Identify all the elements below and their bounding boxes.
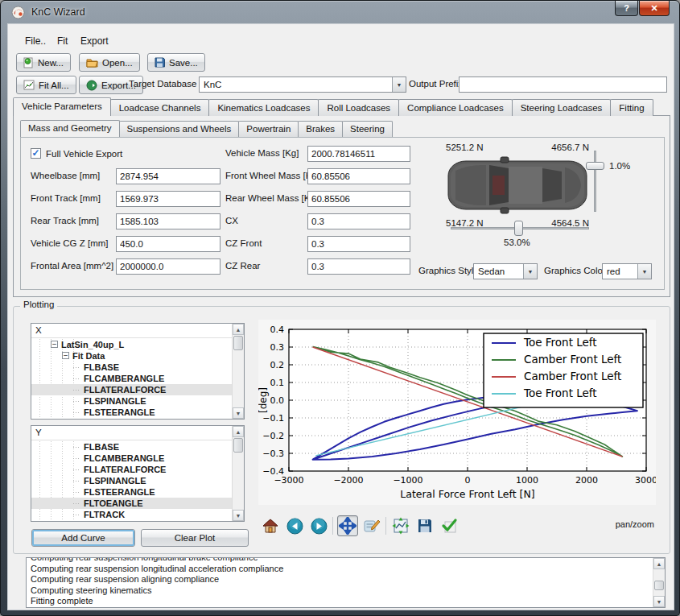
tree-connector [73,515,80,515]
full-vehicle-export-checkbox[interactable]: ✓ [31,148,41,159]
x-list-scrollbar[interactable]: ▲ ▼ [232,324,244,419]
field-input-front-wheel-mass-kg[interactable] [307,168,410,184]
force-front-right: 4656.7 N [536,143,589,152]
svg-text:3000: 3000 [635,475,656,486]
tree-item-flbase[interactable]: FLBASE [31,441,232,453]
x-channel-list[interactable]: X −LatSin_40up_L−Fit DataFLBASEFLCAMBERA… [31,323,245,420]
target-database-combo[interactable]: KnC ▼ [199,76,406,93]
field-input-vehicle-cg-z-mm[interactable] [116,236,220,252]
chart-svg: −3000−2000−10000100020003000−0.4−0.3−0.2… [258,320,656,505]
scroll-down-icon[interactable]: ▼ [233,510,244,521]
home-button[interactable] [260,515,281,536]
front-rear-slider-handle[interactable] [586,162,604,170]
tree-item-fltoeangle[interactable]: FLTOEANGLE [31,498,232,509]
tree-item-label: FLLATERALFORCE [84,384,166,395]
add-curve-button[interactable]: Add Curve [31,529,135,547]
scroll-up-icon[interactable]: ▲ [653,558,665,569]
menu-export[interactable]: Export [77,35,112,48]
open-button[interactable]: Open... [79,53,140,72]
collapse-icon[interactable]: − [51,341,58,348]
scroll-up-icon[interactable]: ▲ [233,426,244,437]
svg-text:−2000: −2000 [333,475,363,486]
collapse-icon[interactable]: − [62,352,69,359]
chevron-down-icon[interactable]: ▼ [392,77,406,92]
subtab-powertrain[interactable]: Powertrain [238,121,299,137]
tree-item-fllateralforce[interactable]: FLLATERALFORCE [31,464,232,475]
subtab-steering[interactable]: Steering [342,121,393,137]
chevron-down-icon[interactable]: ▼ [523,264,537,279]
field-input-rear-track-mm[interactable] [116,213,220,229]
plot-canvas[interactable]: −3000−2000−10000100020003000−0.4−0.3−0.2… [258,320,656,505]
fit-chart-icon [23,80,35,90]
scroll-up-icon[interactable]: ▲ [233,324,244,335]
field-input-front-track-mm[interactable] [116,191,220,207]
forward-button[interactable] [308,515,329,536]
scroll-down-icon[interactable]: ▼ [653,596,665,607]
apply-button[interactable] [439,515,460,536]
tree-item-flspinangle[interactable]: FLSPINANGLE [31,395,232,407]
configure-subplots-button[interactable] [390,515,411,536]
log-scroll-thumb[interactable] [654,581,664,590]
field-input-vehicle-mass-kg[interactable] [307,146,410,162]
log-scrollbar[interactable]: ▲ ▼ [653,558,665,607]
tab-kinematics-loadcases[interactable]: Kinematics Loadcases [208,99,319,116]
save-button[interactable]: Save... [147,53,205,72]
save-figure-button[interactable] [414,515,435,536]
zoom-rect-button[interactable] [361,515,382,536]
pan-button[interactable] [337,515,358,536]
close-button[interactable]: ✕ [639,1,670,16]
back-arrow-icon [286,518,303,535]
field-input-cz-rear[interactable] [307,258,410,275]
field-input-wheelbase-mm[interactable] [116,168,220,184]
field-input-rear-wheel-mass-kg[interactable] [307,191,410,207]
subtab-suspensions-and-wheels[interactable]: Suspensions and Wheels [119,121,240,137]
help-button[interactable]: ? [615,1,638,16]
titlebar[interactable]: KnC Wizard ? ✕ [1,1,679,23]
x-list-header: X [31,324,244,338]
tree-item-flcamberangle[interactable]: FLCAMBERANGLE [31,453,232,464]
back-button[interactable] [284,515,305,536]
menu-fit[interactable]: Fit [54,35,71,48]
new-button[interactable]: New... [16,53,71,72]
tree-connector [73,401,80,402]
tab-steering-loadcases[interactable]: Steering Loadcases [512,99,612,116]
tree-item-flbase[interactable]: FLBASE [31,362,232,373]
clear-plot-button[interactable]: Clear Plot [141,529,249,547]
y-channel-list[interactable]: Y FLBASEFLCAMBERANGLEFLLATERALFORCEFLSPI… [31,425,245,522]
y-list-scrollbar[interactable]: ▲ ▼ [232,426,244,521]
x-scroll-thumb[interactable] [233,336,243,350]
save-figure-icon [417,518,433,534]
tree-item-latsin-40up-l[interactable]: −LatSin_40up_L [31,339,232,350]
tree-item-flspinangle[interactable]: FLSPINANGLE [31,475,232,486]
tree-item-flsteerangle[interactable]: FLSTEERANGLE [31,486,232,498]
front-rear-slider-track[interactable] [594,151,596,212]
subtab-mass-and-geometry[interactable]: Mass and Geometry [20,120,120,137]
tab-compliance-loadcases[interactable]: Compliance Loadcases [398,99,513,116]
tree-item-fltrack[interactable]: FLTRACK [31,509,232,520]
svg-text:−1000: −1000 [393,475,422,486]
field-input-cx[interactable] [307,213,410,229]
tree-item-fllateralforce[interactable]: FLLATERALFORCE [31,384,232,395]
left-right-slider-handle[interactable] [514,221,523,236]
tab-vehicle-parameters[interactable]: Vehicle Parameters [13,97,111,116]
tab-fitting[interactable]: Fitting [610,99,653,116]
tab-loadcase-channels[interactable]: Loadcase Channels [110,99,210,116]
graphics-style-combo[interactable]: Sedan ▼ [473,263,538,279]
tree-item-fit-data[interactable]: −Fit Data [31,350,232,362]
tree-item-flcamberangle[interactable]: FLCAMBERANGLE [31,373,232,384]
graphics-color-combo[interactable]: red ▼ [602,263,652,279]
subtab-brakes[interactable]: Brakes [298,121,343,137]
tree-connector [73,447,80,448]
output-prefix-input[interactable] [459,76,667,93]
tree-item-flsteerangle[interactable]: FLSTEERANGLE [31,407,232,418]
field-input-frontal-area-mm-2[interactable] [116,258,220,275]
log-output[interactable]: Computing rear suspension longitudinal b… [26,557,666,608]
scroll-down-icon[interactable]: ▼ [233,407,244,419]
y-scroll-thumb[interactable] [233,438,243,453]
field-input-cz-front[interactable] [307,236,410,252]
tab-roll-loadcases[interactable]: Roll Loadcases [318,99,399,116]
menu-file[interactable]: File.. [22,35,49,48]
export-icon [86,80,97,91]
fit-all-button[interactable]: Fit All... [16,76,76,94]
chevron-down-icon[interactable]: ▼ [637,264,651,279]
